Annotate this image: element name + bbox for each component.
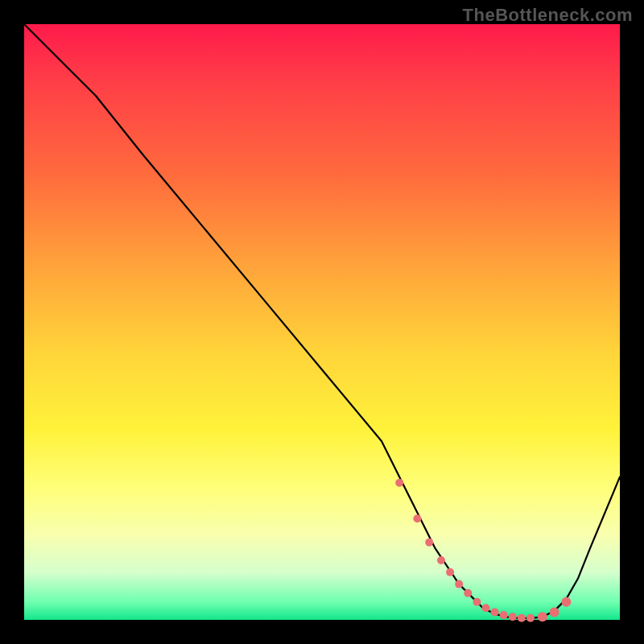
- data-marker: [446, 568, 454, 576]
- marker-group: [395, 479, 571, 622]
- data-marker: [526, 614, 535, 622]
- data-marker: [425, 539, 433, 547]
- bottleneck-curve: [24, 24, 620, 618]
- plot-area: [24, 24, 620, 620]
- data-marker: [538, 612, 547, 621]
- chart-stage: TheBottleneck.com: [0, 0, 644, 644]
- data-marker: [491, 608, 499, 616]
- data-marker: [561, 597, 571, 607]
- data-marker: [550, 607, 559, 617]
- data-marker: [437, 556, 445, 564]
- data-marker: [473, 598, 481, 606]
- data-marker: [509, 613, 517, 621]
- data-marker: [413, 514, 421, 522]
- data-marker: [455, 580, 463, 588]
- data-marker: [482, 604, 490, 612]
- chart-svg: [24, 24, 620, 620]
- data-marker: [500, 611, 508, 619]
- data-marker: [395, 479, 403, 487]
- watermark-text: TheBottleneck.com: [463, 5, 633, 26]
- data-marker: [518, 614, 526, 622]
- data-marker: [464, 589, 472, 597]
